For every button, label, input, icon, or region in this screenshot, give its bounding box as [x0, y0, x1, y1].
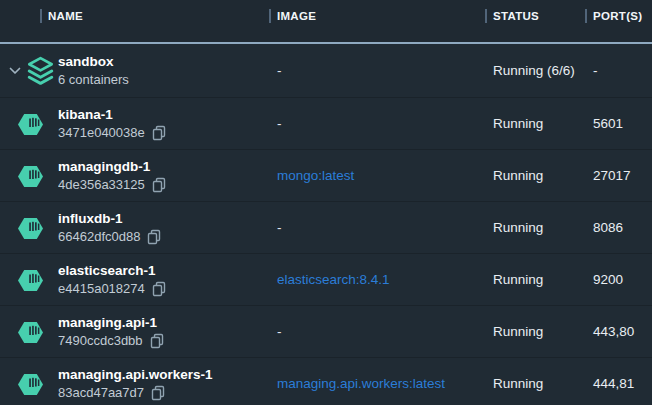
container-cube-icon: [17, 267, 44, 294]
table-row-sandbox[interactable]: sandbox 6 containers - Running (6/6) -: [0, 44, 652, 98]
image-value: -: [277, 324, 282, 339]
container-cube-icon: [17, 319, 44, 346]
ports-text: 27017: [585, 168, 652, 183]
status-text: Running: [485, 324, 585, 339]
copy-icon[interactable]: [152, 125, 166, 141]
table-row-managing-api-1[interactable]: managing.api-1 7490ccdc3dbb - Running 44…: [0, 306, 652, 358]
image-link[interactable]: elasticsearch:8.4.1: [277, 272, 390, 287]
table-row-managing-api-workers-1[interactable]: managing.api.workers-1 83acd47aa7d7 mana…: [0, 358, 652, 405]
container-cube-icon: [17, 163, 44, 190]
copy-icon[interactable]: [151, 385, 165, 401]
chevron-down-icon[interactable]: [9, 67, 21, 76]
container-id: 4de356a33125: [58, 177, 145, 193]
group-name: sandbox: [58, 53, 261, 70]
container-name: managing.api-1: [58, 314, 261, 331]
container-name: kibana-1: [58, 106, 261, 123]
stack-icon: [27, 55, 54, 87]
container-name: elasticsearch-1: [58, 262, 261, 279]
image-link[interactable]: mongo:latest: [277, 168, 354, 183]
image-link[interactable]: managing.api.workers:latest: [277, 376, 445, 391]
column-header-image: IMAGE: [269, 6, 485, 24]
container-id: 3471e040038e: [58, 125, 145, 141]
image-value: -: [277, 220, 282, 235]
container-name: managingdb-1: [58, 158, 261, 175]
container-name: managing.api.workers-1: [58, 366, 261, 383]
table-header-row: NAME IMAGE STATUS PORT(S): [0, 0, 652, 30]
table-row-elasticsearch-1[interactable]: elasticsearch-1 e4415a018274 elasticsear…: [0, 254, 652, 306]
ports-text: 8086: [585, 220, 652, 235]
copy-icon[interactable]: [152, 177, 166, 193]
ports-text: 444,81: [585, 376, 652, 391]
status-text: Running: [485, 116, 585, 131]
status-text: Running: [485, 376, 585, 391]
ports-text: 443,80: [585, 324, 652, 339]
column-header-image-label: IMAGE: [269, 9, 316, 23]
column-header-name: NAME: [0, 6, 269, 24]
container-name: influxdb-1: [58, 210, 261, 227]
copy-icon[interactable]: [150, 333, 164, 349]
container-cube-icon: [17, 215, 44, 242]
column-header-status-label: STATUS: [485, 9, 539, 23]
image-value: -: [277, 63, 282, 78]
container-id: 66462dfc0d88: [58, 229, 140, 245]
group-subtitle: 6 containers: [58, 72, 129, 88]
container-cube-icon: [17, 371, 44, 398]
container-id: 7490ccdc3dbb: [58, 333, 143, 349]
table-row-influxdb-1[interactable]: influxdb-1 66462dfc0d88 - Running 8086: [0, 202, 652, 254]
status-text: Running: [485, 168, 585, 183]
column-header-status: STATUS: [485, 6, 585, 24]
status-text: Running: [485, 220, 585, 235]
table-row-kibana-1[interactable]: kibana-1 3471e040038e - Running 5601: [0, 98, 652, 150]
column-header-ports: PORT(S): [585, 6, 652, 24]
status-text: Running (6/6): [485, 63, 585, 78]
container-id: 83acd47aa7d7: [58, 385, 144, 401]
ports-text: 5601: [585, 116, 652, 131]
ports-text: -: [585, 63, 652, 78]
containers-table: NAME IMAGE STATUS PORT(S) sandbox 6 cont…: [0, 0, 652, 405]
header-spacer: [0, 30, 652, 42]
container-cube-icon: [17, 111, 44, 138]
status-text: Running: [485, 272, 585, 287]
copy-icon[interactable]: [147, 229, 161, 245]
image-value: -: [277, 116, 282, 131]
table-row-managingdb-1[interactable]: managingdb-1 4de356a33125 mongo:latest R…: [0, 150, 652, 202]
column-header-ports-label: PORT(S): [585, 9, 642, 23]
container-id: e4415a018274: [58, 281, 145, 297]
copy-icon[interactable]: [152, 281, 166, 297]
ports-text: 9200: [585, 272, 652, 287]
column-header-name-label: NAME: [40, 9, 83, 23]
